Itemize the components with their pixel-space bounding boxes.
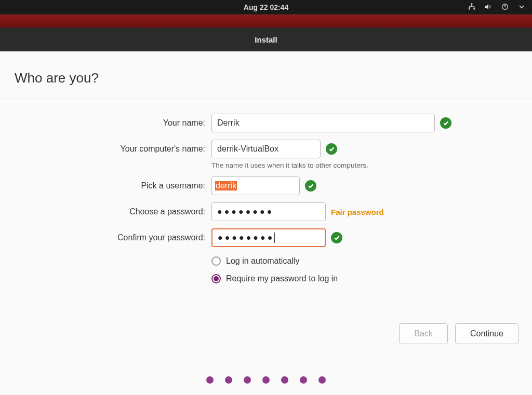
- svg-rect-1: [469, 8, 470, 9]
- computer-name-hint: The name it uses when it talks to other …: [211, 161, 532, 169]
- radio-unchecked-icon[interactable]: [211, 256, 221, 266]
- username-input[interactable]: derrik: [211, 176, 300, 195]
- progress-dot: [225, 376, 232, 384]
- user-form: Your name: Your computer's name: The nam…: [0, 114, 532, 283]
- continue-button[interactable]: Continue: [455, 323, 518, 344]
- check-icon: [326, 143, 337, 155]
- login-require-row[interactable]: Require my password to log in: [211, 274, 532, 283]
- chevron-down-icon[interactable]: [517, 3, 526, 12]
- progress-dot: [262, 376, 270, 384]
- progress-dot: [300, 376, 307, 384]
- system-top-bar: Aug 22 02:44: [0, 0, 532, 15]
- login-require-label: Require my password to log in: [226, 274, 338, 283]
- power-icon[interactable]: [501, 3, 509, 12]
- check-icon: [305, 180, 316, 192]
- progress-dot: [281, 376, 288, 384]
- confirm-password-input[interactable]: ●●●●●●●●: [211, 228, 326, 247]
- accent-bar: [0, 15, 532, 28]
- svg-rect-0: [471, 3, 473, 5]
- network-icon[interactable]: [468, 3, 476, 12]
- radio-checked-icon[interactable]: [211, 274, 221, 283]
- name-input[interactable]: [211, 114, 435, 132]
- computer-name-input[interactable]: [211, 140, 321, 158]
- username-value: derrik: [215, 181, 237, 190]
- svg-rect-2: [473, 8, 475, 9]
- password-strength: Fair password: [331, 208, 384, 216]
- clock[interactable]: Aug 22 02:44: [244, 3, 288, 11]
- installer-content: Who are you? Your name: Your computer's …: [0, 51, 532, 395]
- window-title-bar: Install: [0, 28, 532, 51]
- page-heading: Who are you?: [0, 51, 532, 99]
- login-auto-label: Log in automatically: [226, 256, 299, 266]
- password-input[interactable]: ●●●●●●●●: [211, 202, 326, 221]
- login-auto-row[interactable]: Log in automatically: [211, 256, 532, 266]
- divider: [0, 99, 532, 99]
- progress-indicator: [206, 376, 326, 384]
- check-icon: [331, 232, 342, 243]
- system-tray: [468, 3, 526, 12]
- back-button[interactable]: Back: [399, 323, 448, 344]
- progress-dot: [244, 376, 251, 384]
- progress-dot: [318, 376, 326, 384]
- volume-icon[interactable]: [484, 3, 493, 12]
- name-label: Your name:: [0, 118, 205, 128]
- username-label: Pick a username:: [0, 181, 205, 190]
- progress-dot: [206, 376, 214, 384]
- computer-name-label: Your computer's name:: [0, 144, 205, 154]
- nav-buttons: Back Continue: [399, 323, 518, 344]
- password-label: Choose a password:: [0, 207, 205, 216]
- check-icon: [440, 117, 451, 129]
- confirm-password-label: Confirm your password:: [0, 233, 205, 242]
- window-title: Install: [255, 35, 277, 44]
